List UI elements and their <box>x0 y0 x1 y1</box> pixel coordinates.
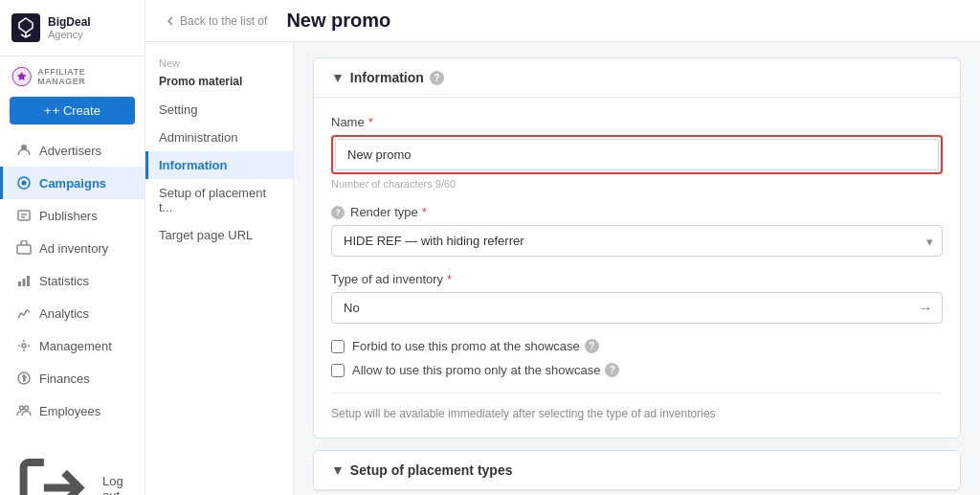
allow-help-icon: ? <box>605 363 619 377</box>
campaign-icon <box>16 175 32 191</box>
sub-nav-information-label: Information <box>159 158 228 172</box>
logout-item[interactable]: Log out <box>0 439 145 495</box>
sub-nav-setting[interactable]: Setting <box>145 96 293 124</box>
ad-inventory-required-indicator: * <box>447 272 452 286</box>
svg-rect-7 <box>18 281 21 286</box>
svg-point-4 <box>22 181 27 186</box>
ad-inventory-select[interactable]: No Banner Native <box>331 292 943 324</box>
person-icon <box>16 143 32 158</box>
sub-nav-administration-label: Administration <box>159 130 237 145</box>
role-area: AFFILIATE MANAGER <box>0 56 145 93</box>
forbid-checkbox-group: Forbid to use this promo at the showcase… <box>331 339 943 353</box>
back-link-label: Back to the list of <box>180 14 267 28</box>
role-icon <box>11 66 32 87</box>
logout-label: Log out <box>102 474 131 496</box>
information-card: ▼ Information ? Name * Number of <box>313 57 961 439</box>
statistics-icon <box>16 273 32 288</box>
char-count: Number of characters 9/60 <box>331 178 943 190</box>
information-help-icon: ? <box>430 71 444 85</box>
render-type-select-wrapper: HIDE REF — with hiding referrer Direct l… <box>331 225 943 257</box>
create-button[interactable]: + + Create <box>10 97 135 124</box>
sidebar-label-campaigns: Campaigns <box>39 176 106 191</box>
render-type-help-icon: ? <box>331 206 345 219</box>
allow-checkbox-group: Allow to use this promo only at the show… <box>331 363 943 377</box>
employees-icon <box>16 403 32 418</box>
page-title: New promo <box>286 10 390 32</box>
information-section-body: Name * Number of characters 9/60 ? Rende… <box>314 98 960 438</box>
sub-nav-setup-placement[interactable]: Setup of placement t... <box>145 179 293 221</box>
sidebar-item-management[interactable]: Management <box>0 329 145 362</box>
allow-checkbox[interactable] <box>331 364 345 377</box>
information-section-header[interactable]: ▼ Information ? <box>314 58 960 98</box>
sidebar-item-campaigns[interactable]: Campaigns <box>0 167 145 199</box>
sub-nav-setting-label: Setting <box>159 102 197 117</box>
sidebar-item-employees[interactable]: Employees <box>0 394 145 427</box>
sidebar-label-analytics: Analytics <box>39 306 89 321</box>
back-arrow-icon <box>165 15 176 27</box>
content-area: New Promo material Setting Administratio… <box>145 42 980 495</box>
sidebar: BigDeal Agency AFFILIATE MANAGER + + Cre… <box>0 0 145 495</box>
sidebar-item-advertisers[interactable]: Advertisers <box>0 134 145 167</box>
sub-nav-information[interactable]: Information <box>145 151 293 179</box>
ad-inventory-field-group: Type of ad inventory * No Banner Native … <box>331 272 943 324</box>
svg-rect-5 <box>18 211 30 220</box>
sidebar-label-employees: Employees <box>39 404 100 418</box>
svg-rect-6 <box>17 245 31 254</box>
form-area: ▼ Information ? Name * Number of <box>294 42 980 495</box>
inventory-icon <box>16 240 32 256</box>
ad-inventory-select-wrapper: No Banner Native → <box>331 292 943 324</box>
name-field-group: Name * Number of characters 9/60 <box>331 115 943 190</box>
sidebar-label-management: Management <box>39 339 112 353</box>
sidebar-item-statistics[interactable]: Statistics <box>0 264 145 297</box>
publisher-icon <box>16 208 32 223</box>
sub-nav-setup-label: Setup of placement t... <box>159 186 279 214</box>
analytics-icon <box>16 305 32 321</box>
render-type-select[interactable]: HIDE REF — with hiding referrer Direct l… <box>331 225 943 257</box>
setup-note: Setup will be available immediately afte… <box>331 393 943 420</box>
information-chevron-icon: ▼ <box>331 70 345 85</box>
logo-text: BigDeal Agency <box>48 15 91 40</box>
sidebar-item-ad-inventory[interactable]: Ad inventory <box>0 232 145 264</box>
logo-icon <box>11 13 40 42</box>
placement-card: ▼ Setup of placement types <box>313 450 961 491</box>
sub-sidebar-context: New <box>145 54 293 71</box>
sub-nav-target-page[interactable]: Target page URL <box>145 221 293 249</box>
placement-chevron-icon: ▼ <box>331 462 345 478</box>
sidebar-label-ad-inventory: Ad inventory <box>39 241 108 256</box>
back-link[interactable]: Back to the list of <box>165 14 267 28</box>
logout-icon <box>13 447 95 495</box>
name-input-wrapper <box>331 135 943 174</box>
allow-label: Allow to use this promo only at the show… <box>352 363 619 377</box>
name-required-indicator: * <box>368 115 373 129</box>
sidebar-item-analytics[interactable]: Analytics <box>0 297 145 329</box>
sidebar-item-publishers[interactable]: Publishers <box>0 199 145 232</box>
svg-point-13 <box>25 406 29 410</box>
name-field-label: Name * <box>331 115 943 129</box>
placement-section-header[interactable]: ▼ Setup of placement types <box>314 451 960 490</box>
name-input[interactable] <box>335 139 939 170</box>
main-header: Back to the list of New promo <box>145 0 980 42</box>
svg-rect-9 <box>27 276 30 286</box>
sidebar-nav: Advertisers Campaigns Publishers Ad inve… <box>0 134 145 495</box>
sidebar-label-finances: Finances <box>39 371 90 386</box>
ad-inventory-arrow-icon: → <box>918 300 933 317</box>
forbid-label: Forbid to use this promo at the showcase… <box>352 339 599 353</box>
information-section-title: Information <box>350 70 424 85</box>
finances-icon <box>16 371 32 386</box>
svg-point-12 <box>20 406 24 410</box>
sub-sidebar-group: Promo material <box>145 71 293 96</box>
sub-nav-target-label: Target page URL <box>159 228 253 242</box>
sub-sidebar: New Promo material Setting Administratio… <box>145 42 294 495</box>
sidebar-label-advertisers: Advertisers <box>39 144 101 158</box>
sidebar-label-publishers: Publishers <box>39 209 98 223</box>
role-label: AFFILIATE MANAGER <box>37 67 133 86</box>
render-type-label: ? Render type * <box>331 205 943 219</box>
management-icon <box>16 338 32 353</box>
render-type-required-indicator: * <box>422 205 427 219</box>
sub-nav-administration[interactable]: Administration <box>145 124 293 151</box>
svg-point-10 <box>22 344 26 348</box>
forbid-checkbox[interactable] <box>331 340 345 353</box>
sidebar-item-finances[interactable]: Finances <box>0 362 145 394</box>
render-type-field-group: ? Render type * HIDE REF — with hiding r… <box>331 205 943 257</box>
create-plus-icon: + <box>44 103 52 118</box>
